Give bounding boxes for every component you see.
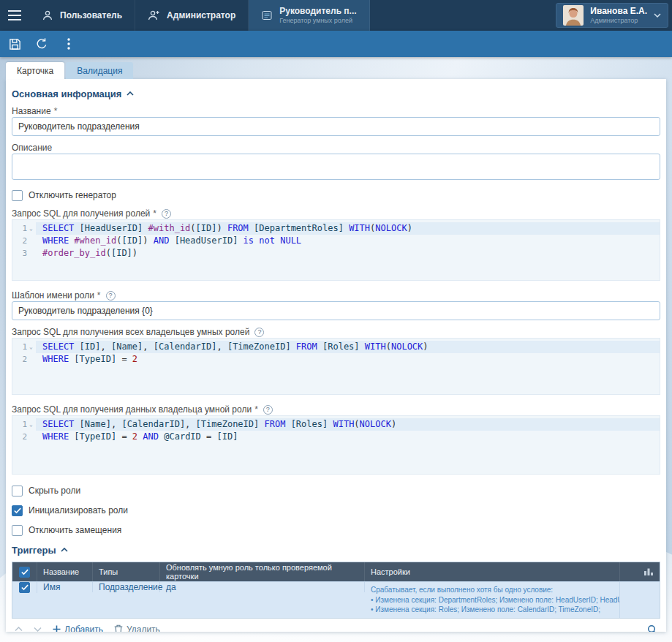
kebab-menu-icon	[67, 38, 70, 50]
required-marker: *	[153, 208, 156, 219]
section-main-info[interactable]: Основная информация	[12, 86, 660, 101]
description-input[interactable]	[12, 154, 660, 180]
move-up-button[interactable]	[15, 627, 23, 632]
application-window: Пользователь Администратор Руководитель …	[0, 0, 672, 642]
column-header-update-only[interactable]: Обновлять умную роль только проверяемой …	[160, 562, 365, 581]
help-icon[interactable]: ?	[106, 291, 116, 301]
add-trigger-button[interactable]: Добавить	[53, 624, 103, 632]
checkbox-row-disable-generator[interactable]: Отключить генератор	[12, 188, 660, 203]
cell-settings[interactable]: Срабатывает, если выполнено хотя бы одно…	[365, 582, 620, 618]
row-checkbox[interactable]	[19, 582, 30, 593]
disable-generator-label: Отключить генератор	[29, 190, 116, 200]
refresh-button[interactable]	[29, 33, 54, 55]
triggers-table-footer: Добавить Удалить	[12, 621, 660, 632]
column-header-types[interactable]: Типы	[93, 562, 160, 581]
column-tools-cell[interactable]	[620, 562, 660, 581]
table-search-button[interactable]	[647, 624, 657, 632]
workspace-tabs: Пользователь Администратор Руководитель …	[29, 0, 370, 31]
section-triggers-title: Триггеры	[12, 545, 56, 556]
disable-generator-checkbox[interactable]	[12, 190, 23, 201]
select-all-cell[interactable]	[12, 562, 37, 581]
refresh-icon	[35, 37, 48, 50]
avatar	[563, 5, 584, 26]
hamburger-icon	[8, 10, 21, 20]
delete-trigger-label: Удалить	[127, 624, 160, 632]
chevron-down-icon	[654, 13, 661, 18]
user-icon	[42, 10, 53, 21]
description-field-label: Описание	[12, 142, 660, 154]
cell-types[interactable]: Подразделение	[93, 582, 160, 592]
chevron-up-icon	[15, 627, 23, 632]
template-field-label: Шаблон имени роли * ?	[12, 290, 660, 301]
trigger-table-row[interactable]: Имя Подразделение да Срабатывает, если в…	[12, 581, 660, 618]
column-header-settings[interactable]: Настройки	[365, 562, 620, 581]
delete-trigger-button[interactable]: Удалить	[114, 624, 160, 632]
plus-icon	[53, 625, 61, 632]
sql-roles-editor[interactable]: 1⌄23 SELECT [HeadUserID] #with_id([ID]) …	[12, 219, 660, 281]
disable-substitution-checkbox[interactable]	[12, 525, 23, 536]
tab-validation[interactable]: Валидация	[66, 62, 133, 79]
disable-substitution-label: Отключить замещения	[29, 525, 121, 535]
collapse-chevron-icon	[61, 548, 68, 552]
hide-roles-checkbox[interactable]	[12, 486, 23, 496]
tab-active-subtitle: Генератор умных ролей	[279, 17, 356, 25]
help-icon[interactable]: ?	[254, 328, 264, 337]
search-icon	[647, 624, 657, 632]
row-select-cell[interactable]	[12, 582, 37, 593]
tab-administrator[interactable]: Администратор	[135, 0, 249, 31]
save-button[interactable]	[2, 33, 27, 55]
sql-code[interactable]: SELECT [Name], [CalendarID], [TimeZoneID…	[36, 416, 660, 474]
select-all-checkbox[interactable]	[19, 567, 30, 578]
checkbox-row-init-roles[interactable]: Инициализировать роли	[12, 503, 660, 518]
save-icon	[8, 37, 22, 51]
line-number-gutter[interactable]: 1⌄23	[12, 220, 36, 280]
tab-role-generator-active[interactable]: Руководитель п... Генератор умных ролей	[249, 0, 369, 31]
checkbox-row-hide-roles[interactable]: Скрыть роли	[12, 483, 660, 498]
card-toolbar	[0, 31, 672, 57]
tab-card-label: Карточка	[17, 66, 53, 76]
init-roles-checkbox[interactable]	[12, 505, 23, 516]
line-number-gutter[interactable]: 1⌄2	[12, 339, 36, 394]
chevron-down-icon	[34, 627, 42, 632]
card-view-tabs: Карточка Валидация	[6, 62, 666, 79]
columns-chart-icon	[643, 567, 654, 576]
sql-owners-editor[interactable]: 1⌄2 SELECT [ID], [Name], [CalendarID], […	[12, 338, 660, 395]
check-icon	[21, 584, 29, 591]
tab-user-label: Пользователь	[60, 10, 122, 20]
tab-card[interactable]: Карточка	[6, 62, 64, 79]
name-input[interactable]	[12, 117, 660, 136]
sql-owner-data-editor[interactable]: 1⌄2 SELECT [Name], [CalendarID], [TimeZo…	[12, 415, 660, 475]
current-user-menu[interactable]: Иванова Е.А. Администратор	[556, 3, 668, 28]
help-icon[interactable]: ?	[162, 209, 171, 219]
role-name-template-input[interactable]	[12, 301, 660, 320]
section-main-info-title: Основная информация	[12, 88, 121, 99]
sql-code[interactable]: SELECT [HeadUserID] #with_id([ID]) FROM …	[36, 220, 660, 280]
checkbox-row-disable-substitution[interactable]: Отключить замещения	[12, 523, 660, 537]
sql-owner-data-label: Запрос SQL для получения данных владельц…	[12, 404, 660, 415]
line-number-gutter[interactable]: 1⌄2	[12, 416, 36, 474]
section-triggers[interactable]: Триггеры	[12, 543, 660, 557]
user-name: Иванова Е.А.	[590, 6, 647, 17]
cell-name[interactable]: Имя	[37, 582, 93, 592]
trash-icon	[114, 624, 123, 632]
tab-administrator-label: Администратор	[167, 10, 235, 20]
user-role: Администратор	[590, 17, 647, 25]
check-icon	[14, 507, 21, 514]
more-actions-button[interactable]	[56, 33, 81, 55]
required-marker: *	[54, 106, 58, 116]
hide-roles-label: Скрыть роли	[29, 486, 80, 496]
admin-user-icon	[148, 10, 160, 21]
triggers-table: Название Типы Обновлять умную роль тольк…	[12, 562, 660, 619]
help-icon[interactable]: ?	[263, 405, 273, 415]
card-panel: Основная информация Название * Описание …	[6, 79, 666, 632]
tab-user[interactable]: Пользователь	[29, 0, 135, 31]
sql-code[interactable]: SELECT [ID], [Name], [CalendarID], [Time…	[36, 339, 660, 394]
move-down-button[interactable]	[34, 627, 42, 632]
column-header-name[interactable]: Название	[37, 562, 93, 581]
required-marker: *	[97, 290, 101, 301]
add-trigger-label: Добавить	[64, 624, 103, 632]
hamburger-menu-button[interactable]	[0, 0, 29, 31]
cell-update-only[interactable]: да	[160, 582, 365, 592]
check-icon	[21, 569, 29, 575]
collapse-chevron-icon	[127, 91, 134, 96]
